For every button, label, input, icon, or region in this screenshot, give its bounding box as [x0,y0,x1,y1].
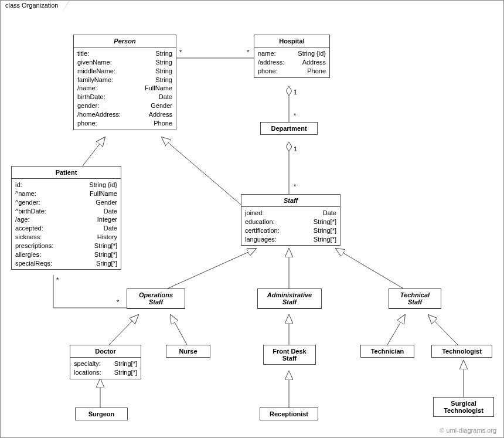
attribute-row: allergies:String[*] [15,250,117,259]
class-doctor: Doctor specialty:String[*]locations:Stri… [70,345,141,379]
class-operations-staff: OperationsStaff [127,288,185,309]
class-staff: Staff joined:Dateeducation:String[*]cert… [241,194,340,246]
class-person-attributes: title:StringgivenName:StringmiddleName:S… [74,47,176,130]
attribute-row: prescriptions:String[*] [15,242,117,250]
attribute-row: ^birthDate:Date [15,207,117,216]
mult-patient-ops-p: * [56,276,59,283]
frame-title-tab: class Organization [0,0,64,10]
class-doctor-attributes: specialty:String[*]locations:String[*] [70,358,141,379]
attribute-row: name:String {id} [258,49,326,58]
mult-dept-staff-star: * [294,183,296,190]
diagram-frame: class Organization [0,0,504,438]
class-nurse-title: Nurse [166,345,210,357]
class-technical-staff: TechnicalStaff [389,288,441,309]
svg-line-11 [387,315,405,345]
attribute-row: sickness:History [15,233,117,242]
class-administrative-staff-title: AdministrativeStaff [258,289,321,308]
class-technical-staff-title: TechnicalStaff [389,289,441,308]
attribute-row: /address:Address [258,58,326,67]
attribute-row: gender:Gender [77,101,172,110]
class-receptionist: Receptionist [260,408,318,420]
class-surgical-technologist: SurgicalTechnologist [433,397,494,417]
svg-line-8 [109,315,138,345]
attribute-row: ^gender:Gender [15,198,117,207]
mult-hospital-dept-star: * [294,112,296,119]
class-front-desk-staff-title: Front DeskStaff [264,345,315,364]
class-patient-attributes: id:String {id}^name:FullName^gender:Gend… [12,179,121,269]
attribute-row: accepted:Date [15,224,117,233]
attribute-row: phone:Phone [77,119,172,128]
attribute-row: familyName:String [77,76,172,84]
class-nurse: Nurse [166,345,210,358]
class-technologist: Technologist [431,345,492,358]
attribute-row: specialty:String[*] [74,359,137,368]
attribute-row: phone:Phone [258,67,326,76]
attribute-row: education:String[*] [245,218,336,226]
class-hospital-attributes: name:String {id}/address:Addressphone:Ph… [254,47,329,77]
class-person-title: Person [74,35,176,47]
class-department: Department [260,122,318,135]
svg-line-12 [428,315,458,345]
class-receptionist-title: Receptionist [260,408,318,420]
frame-title: class Organization [5,2,59,9]
class-doctor-title: Doctor [70,345,141,358]
class-patient-title: Patient [12,167,121,179]
class-staff-title: Staff [241,195,340,207]
attribute-row: givenName:String [77,58,172,67]
copyright-text: © uml-diagrams.org [440,427,496,434]
attribute-row: certification:String[*] [245,226,336,235]
class-operations-staff-title: OperationsStaff [127,289,185,308]
mult-dept-staff-1: 1 [294,145,297,152]
class-person: Person title:StringgivenName:Stringmiddl… [73,35,176,130]
class-surgeon: Surgeon [75,408,128,420]
mult-person-hospital-left: * [179,49,182,56]
class-staff-attributes: joined:Dateeducation:String[*]certificat… [241,207,340,245]
attribute-row: /name:FullName [77,84,172,93]
attribute-row: languages:String[*] [245,235,336,244]
class-patient: Patient id:String {id}^name:FullName^gen… [11,166,121,270]
class-technician-title: Technician [361,345,414,357]
class-hospital: Hospital name:String {id}/address:Addres… [254,35,330,78]
attribute-row: joined:Date [245,209,336,218]
attribute-row: middleName:String [77,67,172,76]
mult-patient-ops-o: * [117,298,119,305]
class-surgeon-title: Surgeon [76,408,127,420]
class-administrative-staff: AdministrativeStaff [257,288,322,309]
class-hospital-title: Hospital [254,35,329,47]
attribute-row: title:String [77,49,172,58]
attribute-row: /homeAddress:Address [77,110,172,119]
class-surgical-technologist-title: SurgicalTechnologist [434,398,493,416]
attribute-row: specialReqs:Sring[*] [15,259,117,268]
svg-line-9 [171,315,187,345]
attribute-row: /age:Integer [15,215,117,224]
class-department-title: Department [261,123,317,134]
svg-line-7 [336,249,403,288]
mult-hospital-dept-1: 1 [294,89,297,96]
class-technologist-title: Technologist [432,345,492,357]
attribute-row: birthDate:Date [77,93,172,101]
svg-line-3 [83,137,105,166]
mult-person-hospital-right: * [247,49,249,56]
svg-line-4 [162,137,241,205]
attribute-row: id:String {id} [15,181,117,189]
attribute-row: ^name:FullName [15,189,117,198]
svg-line-5 [168,249,256,288]
class-technician: Technician [360,345,414,358]
class-front-desk-staff: Front DeskStaff [263,345,316,365]
attribute-row: locations:String[*] [74,368,137,377]
